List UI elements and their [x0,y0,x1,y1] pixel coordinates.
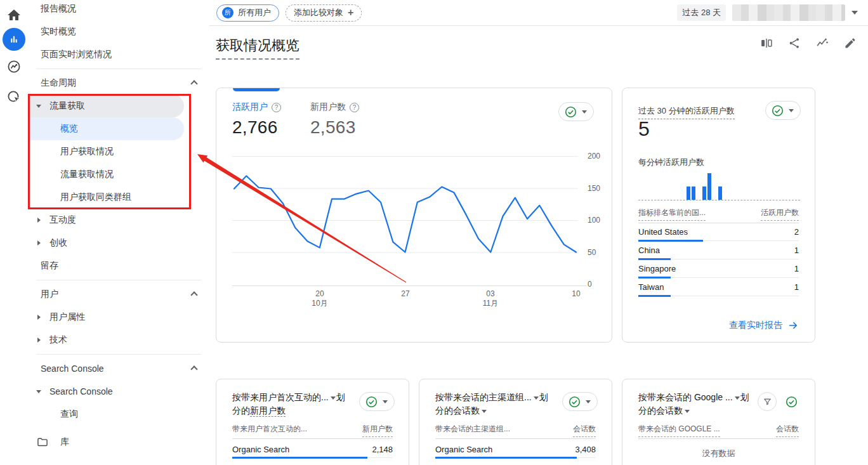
per-minute-bar-chart[interactable] [638,168,797,200]
table-row[interactable]: United States 2 [638,223,799,242]
data-quality-check-icon [786,396,798,408]
country-name: Singapore [638,264,676,273]
metric-header[interactable]: 会话数 [776,424,799,437]
sidebar-item[interactable]: 留存 [28,254,209,277]
data-quality-dropdown[interactable] [765,101,801,120]
account-selector-redacted[interactable] [732,4,845,21]
table-row[interactable]: Taiwan 1 [638,278,799,297]
share-icon[interactable] [788,37,801,49]
metric-header[interactable]: 活跃用户数 [761,207,799,221]
reports-icon[interactable] [0,28,28,51]
view-realtime-report-link[interactable]: 查看实时报告 [729,320,799,331]
edit-icon[interactable] [844,37,857,49]
help-icon[interactable]: ? [272,103,281,112]
sidebar-item[interactable]: 查询 [28,403,209,426]
sidebar-divider [36,69,202,69]
chevron-down-icon [789,109,794,112]
sidebar-item[interactable]: 页面实时浏览情况 [28,43,209,66]
sidebar-section-header[interactable]: 生命周期 [28,72,209,95]
metric-dropdown-icon[interactable] [685,410,690,413]
data-quality-dropdown[interactable] [558,102,594,121]
advertising-icon[interactable] [0,89,28,105]
explore-icon[interactable] [0,59,28,74]
table-header-divider [435,438,596,439]
filter-icon[interactable] [758,392,777,411]
realtime-title[interactable]: 过去 30 分钟的活跃用户数 [638,105,735,119]
app-rail [0,0,28,465]
minute-slot [707,173,712,200]
report-actions [760,37,857,49]
date-range-selector[interactable]: 过去 28 天 [677,4,726,21]
help-icon[interactable]: ? [350,103,359,112]
dimension-header[interactable]: 带来会话的主渠道组... [435,424,510,437]
metric-header[interactable]: 会话数 [573,424,596,437]
table-row[interactable]: China 1 [638,242,799,260]
comparison-icon[interactable] [760,37,773,49]
dimension-dropdown-icon[interactable] [735,396,740,400]
card-title: 按带来会话的主渠道组...划分的会话数 [435,391,572,417]
x-axis-line [232,285,586,286]
card-controls [758,392,801,411]
expand-triangle-right-icon [37,240,41,246]
metric-name[interactable]: 新用户数 [250,405,286,417]
tab-new-users[interactable]: 新用户数? 2,563 [310,102,359,138]
active-tab-indicator[interactable] [233,88,280,91]
data-quality-dropdown[interactable] [562,392,598,411]
sidebar-item[interactable]: 流量获取情况 [28,163,209,186]
arrow-forward-icon [787,320,799,331]
realtime-active-users-value: 5 [638,117,650,141]
sidebar-divider [36,280,202,280]
table-row[interactable]: Singapore 1 [638,260,799,278]
tab-active-users[interactable]: 活跃用户? 2,766 [232,102,281,138]
sidebar-item-label: 报告概况 [41,3,76,15]
sidebar-item[interactable]: 技术 [28,329,209,351]
chevron-up-icon [190,80,197,87]
country-name: United States [638,227,688,237]
x-axis-tick-label: 2010月 [312,289,327,308]
sidebar-item[interactable]: 流量获取 [28,95,184,117]
minute-bar [687,187,690,200]
add-comparison-chip[interactable]: 添加比较对象 + [286,4,362,22]
sidebar-item[interactable]: 库 [28,431,209,454]
sidebar-item[interactable]: Search Console [28,380,209,403]
dimension-header[interactable]: 带来用户首次互动的... [232,424,307,437]
sidebar-item[interactable]: 创收 [28,232,209,254]
sidebar-item[interactable]: 用户属性 [28,306,209,329]
home-icon[interactable] [0,8,28,23]
card-controls [562,392,598,411]
chevron-down-icon[interactable] [852,11,858,15]
data-quality-check-button[interactable] [782,392,801,411]
overview-mini-card: 按带来用户首次互动的...划分的新用户数 带来用户首次互动的... 新用户数 O… [216,379,409,465]
chevron-down-icon [383,400,388,403]
folder-icon [36,436,49,449]
metric-value: 2,563 [310,117,359,138]
dimension-dropdown-icon[interactable] [534,396,539,400]
sidebar-item[interactable]: 互动度 [28,209,209,232]
sidebar-section-header[interactable]: 用户 [28,283,209,306]
active-users-count: 1 [794,282,799,292]
expand-triangle-right-icon [37,315,41,320]
dimension-header[interactable]: 指标排名靠前的国... [638,207,706,221]
all-users-chip[interactable]: 所 所有用户 [216,4,279,22]
data-quality-dropdown[interactable] [359,392,395,411]
metric-header[interactable]: 新用户数 [362,424,393,437]
sidebar-item[interactable]: 实时概览 [28,20,209,43]
table-header-divider [232,438,393,439]
card-title: 按带来用户首次互动的...划分的新用户数 [232,391,369,417]
sidebar-item[interactable]: 概览 [28,117,184,140]
value-bar [638,295,671,297]
insights-icon[interactable] [816,37,829,49]
dimension-header[interactable]: 带来会话的 GOOGLE ... [638,424,720,437]
sidebar-section-header[interactable]: Search Console [28,357,209,380]
dimension-dropdown-icon[interactable] [331,396,336,400]
table-row[interactable]: Organic Search 3,408 [435,440,596,459]
sidebar-item[interactable]: 报告概况 [28,0,209,20]
sidebar-item[interactable]: 用户获取情况 [28,140,209,163]
table-row[interactable]: Organic Search 2,148 [232,440,393,459]
active-users-count: 1 [794,264,799,273]
x-axis-tick-label: 27 [401,289,409,299]
sidebar-item[interactable]: 用户获取同类群组 [28,186,209,209]
line-chart[interactable] [232,156,578,284]
metric-dropdown-icon[interactable] [482,410,487,413]
report-topbar: 所 所有用户 添加比较对象 + 过去 28 天 [209,0,868,26]
